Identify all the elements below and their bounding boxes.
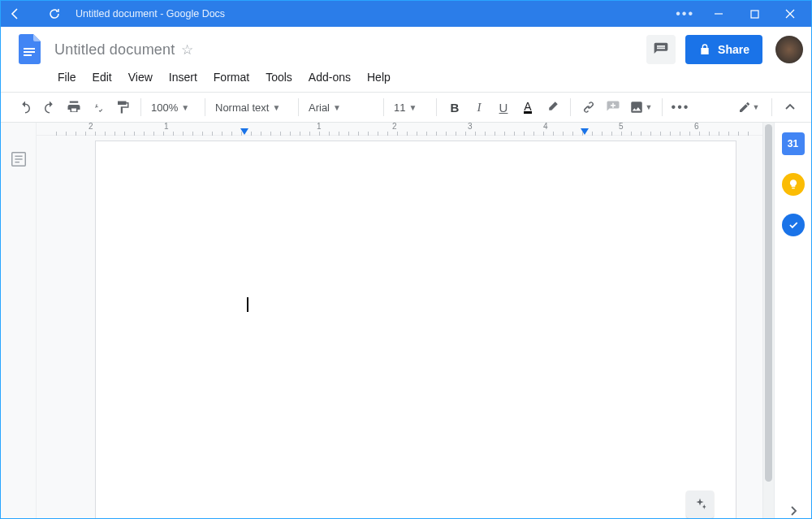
svg-rect-1 [751, 11, 758, 18]
side-panel-toggle[interactable] [788, 505, 799, 517]
document-outline-button[interactable] [10, 150, 28, 168]
menu-addons[interactable]: Add-ons [302, 67, 357, 87]
side-keep-button[interactable] [782, 173, 805, 196]
highlight-color-button[interactable] [541, 96, 564, 119]
side-tasks-button[interactable] [782, 214, 805, 236]
svg-rect-6 [24, 54, 32, 56]
side-calendar-button[interactable]: 31 [782, 132, 805, 155]
canvas-area: 21123456 [37, 123, 762, 519]
ruler-label: 3 [468, 123, 473, 131]
menu-tools[interactable]: Tools [259, 67, 299, 87]
print-button[interactable] [63, 96, 85, 119]
document-page[interactable] [95, 141, 736, 519]
svg-rect-5 [24, 51, 35, 53]
insert-image-button[interactable]: ▼ [626, 96, 655, 119]
redo-button[interactable] [38, 96, 61, 119]
menu-insert[interactable]: Insert [162, 67, 204, 87]
font-size-select[interactable]: 11▼ [391, 96, 430, 119]
share-label: Share [718, 43, 749, 56]
text-cursor [247, 297, 248, 312]
ruler-label: 4 [543, 123, 548, 131]
docs-logo-icon[interactable] [14, 33, 46, 66]
hide-menus-button[interactable] [779, 96, 801, 119]
more-options-icon[interactable]: ••• [676, 6, 694, 21]
left-gutter [1, 123, 37, 519]
ruler-label: 1 [317, 123, 322, 131]
menu-help[interactable]: Help [361, 67, 397, 87]
side-panel: 31 [774, 123, 811, 519]
window-titlebar: Untitled document - Google Docs ••• [1, 1, 811, 27]
ruler-label: 2 [89, 123, 93, 131]
share-button[interactable]: Share [685, 35, 762, 64]
ruler-label: 2 [392, 123, 397, 131]
underline-button[interactable]: U [492, 96, 515, 119]
text-color-button[interactable]: A [516, 96, 539, 119]
insert-link-button[interactable] [577, 96, 600, 119]
maximize-button[interactable] [736, 1, 772, 27]
editing-mode-button[interactable]: ▼ [732, 96, 765, 119]
italic-button[interactable]: I [468, 96, 490, 119]
horizontal-ruler[interactable]: 21123456 [37, 123, 762, 136]
spellcheck-button[interactable] [87, 96, 110, 119]
explore-button[interactable] [686, 491, 714, 518]
undo-button[interactable] [14, 96, 37, 119]
paint-format-button[interactable] [111, 96, 134, 119]
scrollbar-thumb[interactable] [765, 124, 772, 482]
open-comments-button[interactable] [646, 35, 676, 64]
toolbar: 100%▼ Normal text▼ Arial▼ 11▼ B I U A ▼ … [1, 92, 811, 123]
document-title-input[interactable]: Untitled document [54, 41, 175, 58]
lock-icon [698, 43, 711, 56]
styles-select[interactable]: Normal text▼ [212, 96, 292, 119]
bold-button[interactable]: B [443, 96, 466, 119]
vertical-scrollbar[interactable] [762, 123, 774, 519]
close-window-button[interactable] [772, 1, 808, 27]
workspace: 21123456 31 [1, 123, 811, 519]
menu-bar: File Edit View Insert Format Tools Add-o… [1, 66, 811, 92]
zoom-select[interactable]: 100%▼ [148, 96, 198, 119]
add-comment-button[interactable] [602, 96, 624, 119]
menu-file[interactable]: File [51, 67, 83, 87]
svg-rect-4 [24, 48, 35, 50]
ruler-label: 5 [619, 123, 624, 131]
ruler-label: 1 [164, 123, 169, 131]
ruler-label: 6 [694, 123, 699, 131]
refresh-button[interactable] [43, 2, 66, 25]
menu-view[interactable]: View [122, 67, 159, 87]
account-avatar[interactable] [775, 36, 803, 63]
docs-header: Untitled document ☆ Share [1, 27, 811, 66]
font-select[interactable]: Arial▼ [305, 96, 377, 119]
menu-edit[interactable]: Edit [86, 67, 119, 87]
menu-format[interactable]: Format [207, 67, 256, 87]
more-tools-button[interactable]: ••• [669, 96, 692, 119]
star-icon[interactable]: ☆ [181, 41, 193, 58]
window-title: Untitled document - Google Docs [76, 8, 225, 19]
back-button[interactable] [4, 2, 27, 25]
minimize-button[interactable] [701, 1, 736, 27]
